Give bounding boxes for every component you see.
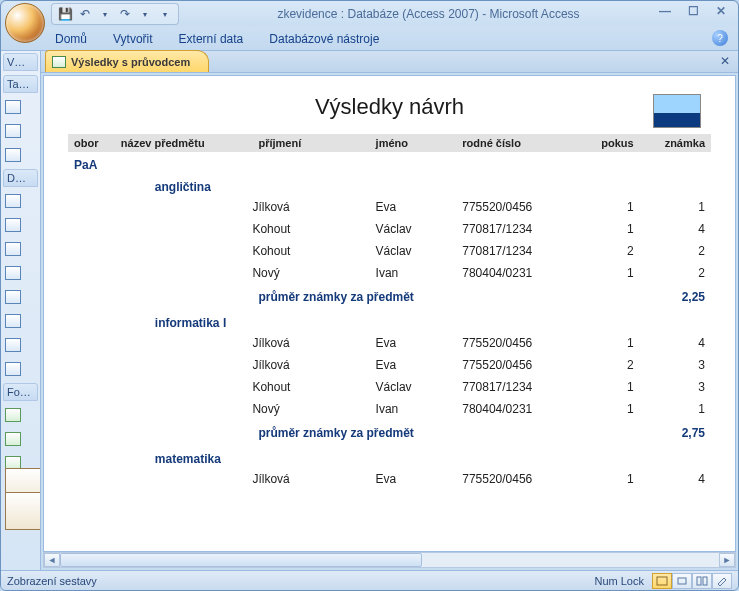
table-row: KohoutVáclav770817/123414 xyxy=(68,218,711,240)
nav-query-item[interactable] xyxy=(3,311,38,331)
cell-rc: 770817/1234 xyxy=(456,376,578,398)
status-bar: Zobrazení sestavy Num Lock xyxy=(1,570,738,590)
report-logo-image xyxy=(653,94,701,128)
table-icon xyxy=(5,314,21,328)
cell-firstname: Václav xyxy=(370,376,457,398)
cell-rc: 780404/0231 xyxy=(456,398,578,420)
nav-table-item[interactable] xyxy=(3,121,38,141)
table-icon xyxy=(5,218,21,232)
group-subject: informatika I xyxy=(115,310,711,332)
nav-section-header[interactable]: Ta… xyxy=(3,75,38,93)
cell-attempt: 1 xyxy=(578,218,639,240)
nav-section-header[interactable]: V… xyxy=(3,53,38,71)
cell-grade: 4 xyxy=(640,332,711,354)
table-row: JílkováEva775520/045614 xyxy=(68,332,711,354)
table-icon xyxy=(5,290,21,304)
nav-query-item[interactable] xyxy=(3,263,38,283)
cell-attempt: 1 xyxy=(578,468,639,490)
ribbon-tab-dbtools[interactable]: Databázové nástroje xyxy=(267,28,381,50)
close-button[interactable]: ✕ xyxy=(710,3,732,19)
table-icon xyxy=(5,362,21,376)
nav-section-header[interactable]: Fo… xyxy=(3,383,38,401)
cell-surname: Jílková xyxy=(252,354,369,376)
ribbon-tab-create[interactable]: Vytvořit xyxy=(111,28,155,50)
cell-firstname: Václav xyxy=(370,218,457,240)
cell-surname: Kohout xyxy=(252,218,369,240)
report-table: obor název předmětu příjmení jméno rodné… xyxy=(68,134,711,490)
col-pokus: pokus xyxy=(578,134,639,152)
view-print-button[interactable] xyxy=(672,573,692,589)
redo-icon[interactable]: ↷ xyxy=(116,5,134,23)
maximize-button[interactable]: ☐ xyxy=(682,3,704,19)
nav-form-item[interactable] xyxy=(3,405,38,425)
avg-value: 2,75 xyxy=(640,420,711,446)
nav-report-item[interactable] xyxy=(3,501,38,521)
nav-table-item[interactable] xyxy=(3,97,38,117)
undo-dropdown-icon[interactable]: ▾ xyxy=(96,5,114,23)
cell-firstname: Eva xyxy=(370,332,457,354)
nav-query-item[interactable] xyxy=(3,335,38,355)
report-viewport[interactable]: Výsledky návrh obor název předmětu příjm… xyxy=(43,75,736,552)
view-layout-button[interactable] xyxy=(692,573,712,589)
table-row: KohoutVáclav770817/123422 xyxy=(68,240,711,262)
nav-query-item[interactable] xyxy=(3,191,38,211)
cell-surname: Jílková xyxy=(252,468,369,490)
help-icon[interactable]: ? xyxy=(712,30,728,46)
office-button[interactable] xyxy=(5,3,45,43)
cell-firstname: Eva xyxy=(370,468,457,490)
cell-attempt: 1 xyxy=(578,398,639,420)
cell-attempt: 2 xyxy=(578,354,639,376)
form-icon xyxy=(5,408,21,422)
table-row: JílkováEva775520/045614 xyxy=(68,468,711,490)
nav-query-item[interactable] xyxy=(3,287,38,307)
close-document-icon[interactable]: ✕ xyxy=(718,54,732,68)
cell-attempt: 1 xyxy=(578,332,639,354)
cell-rc: 770817/1234 xyxy=(456,218,578,240)
view-switcher xyxy=(652,573,732,589)
group-obor: PaA xyxy=(68,152,711,174)
scroll-right-icon[interactable]: ► xyxy=(719,553,735,567)
cell-firstname: Ivan xyxy=(370,262,457,284)
report-title: Výsledky návrh xyxy=(68,94,711,120)
cell-rc: 780404/0231 xyxy=(456,262,578,284)
cell-grade: 1 xyxy=(640,196,711,218)
document-tab[interactable]: Výsledky s průvodcem xyxy=(45,50,209,72)
nav-section-header[interactable]: D… xyxy=(3,169,38,187)
view-design-button[interactable] xyxy=(712,573,732,589)
nav-query-item[interactable] xyxy=(3,239,38,259)
ribbon-tab-externaldata[interactable]: Externí data xyxy=(177,28,246,50)
group-subject: matematika xyxy=(115,446,711,468)
scroll-thumb[interactable] xyxy=(60,553,422,567)
scroll-left-icon[interactable]: ◄ xyxy=(44,553,60,567)
table-row: JílkováEva775520/045623 xyxy=(68,354,711,376)
cell-rc: 775520/0456 xyxy=(456,468,578,490)
cell-grade: 1 xyxy=(640,398,711,420)
table-icon xyxy=(5,266,21,280)
report-icon xyxy=(52,56,66,68)
cell-firstname: Ivan xyxy=(370,398,457,420)
cell-surname: Kohout xyxy=(252,376,369,398)
qat-customize-icon[interactable]: ▾ xyxy=(156,5,174,23)
view-report-button[interactable] xyxy=(652,573,672,589)
table-row: NovýIvan780404/023112 xyxy=(68,262,711,284)
cell-rc: 775520/0456 xyxy=(456,354,578,376)
nav-form-item[interactable] xyxy=(3,429,38,449)
save-icon[interactable]: 💾 xyxy=(56,5,74,23)
cell-firstname: Eva xyxy=(370,354,457,376)
nav-query-item[interactable] xyxy=(3,215,38,235)
nav-query-item[interactable] xyxy=(3,359,38,379)
nav-table-item[interactable] xyxy=(3,145,38,165)
undo-icon[interactable]: ↶ xyxy=(76,5,94,23)
horizontal-scrollbar[interactable]: ◄ ► xyxy=(43,552,736,568)
avg-label: průměr známky za předmět xyxy=(252,284,578,310)
minimize-button[interactable]: — xyxy=(654,3,676,19)
scroll-track[interactable] xyxy=(60,553,719,567)
document-tab-bar: Výsledky s průvodcem ✕ xyxy=(41,51,738,73)
cell-surname: Jílková xyxy=(252,196,369,218)
report-icon xyxy=(5,492,41,530)
navigation-pane[interactable]: V… Ta… D… Fo… xyxy=(1,51,41,570)
table-icon xyxy=(5,194,21,208)
ribbon-tab-home[interactable]: Domů xyxy=(53,28,89,50)
redo-dropdown-icon[interactable]: ▾ xyxy=(136,5,154,23)
window-controls: — ☐ ✕ xyxy=(654,3,732,19)
